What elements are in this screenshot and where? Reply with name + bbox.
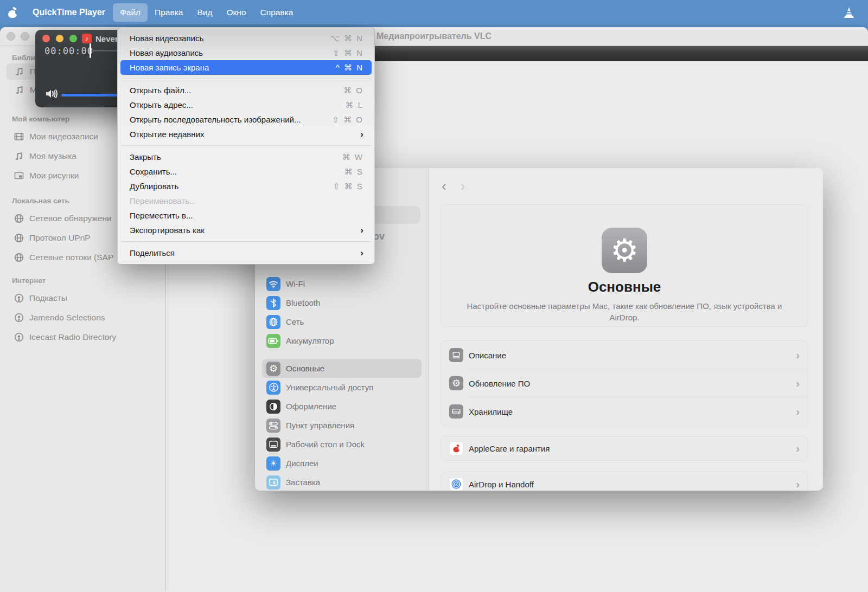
menu-item[interactable]: Новая видеозапись⌥ ⌘ N (120, 31, 372, 46)
menu-item-label: Закрыть (130, 152, 161, 162)
settings-sidebar-item-2[interactable]: Сеть (262, 312, 422, 331)
menu-item-shortcut: ⇧ ⌘ O (332, 115, 363, 125)
vlc-sidebar-item[interactable]: Icecast Radio Directory (0, 327, 165, 347)
submenu-chevron-icon: › (360, 248, 363, 259)
row-chevron-icon: › (796, 377, 800, 390)
podcast-icon (13, 332, 25, 343)
film-icon (13, 131, 25, 142)
menu-item-label: Новая видеозапись (130, 34, 203, 43)
vlc-cone-icon[interactable] (843, 6, 855, 19)
menubar-menu-item[interactable]: Окно (220, 3, 253, 22)
apple-menu[interactable] (0, 7, 25, 18)
software-update-icon: ⚙ (449, 376, 463, 390)
menu-item[interactable]: Дублировать⇧ ⌘ S (120, 179, 372, 194)
settings-sidebar-item-10[interactable]: Заставка (262, 473, 422, 491)
battery-icon (266, 334, 280, 348)
gear-icon: ⚙ (266, 362, 280, 376)
settings-sidebar-item-label: Аккумулятор (286, 336, 334, 345)
menu-item[interactable]: Сохранить...⌘ S (120, 164, 372, 179)
vlc-sidebar-item-label: Сетевое обнаружени (29, 214, 112, 223)
menubar-menu-item[interactable]: Файл (113, 3, 148, 22)
menu-item[interactable]: Новая запись экрана^ ⌘ N (120, 60, 372, 75)
desktop-dock-icon (266, 437, 280, 452)
menu-item: Переименовать... (120, 194, 372, 208)
music-note-icon (14, 85, 25, 95)
menu-item-label: Сохранить... (130, 167, 177, 176)
settings-sidebar-item-1[interactable]: Bluetooth (262, 293, 422, 312)
wifi-icon (266, 277, 280, 291)
menu-item-shortcut: ⌘ S (344, 167, 363, 177)
qt-minimize-button[interactable] (56, 35, 63, 42)
settings-row[interactable]: ⚙Обновление ПО› (441, 369, 808, 397)
menu-item[interactable]: Закрыть⌘ W (120, 150, 372, 164)
menu-item[interactable]: Открыть адрес...⌘ L (120, 98, 372, 112)
menu-item[interactable]: Открыть последовательность изображений..… (120, 112, 372, 127)
account-name-fragment: ov (373, 231, 385, 242)
qt-zoom-button[interactable] (69, 35, 77, 42)
vlc-sidebar-item[interactable]: Подкасты (0, 288, 165, 308)
settings-sidebar-item-7[interactable]: Пункт управления (262, 416, 422, 435)
podcast-icon (13, 293, 25, 304)
settings-row-label: Описание (469, 351, 506, 360)
bluetooth-icon (266, 296, 280, 310)
menu-item[interactable]: Переместить в... (120, 208, 372, 223)
settings-row[interactable]: AppleCare и гарантия› (441, 436, 808, 460)
menubar-menu-item[interactable]: Вид (190, 3, 219, 22)
forward-chevron-icon[interactable]: › (461, 178, 465, 195)
menu-item[interactable]: Экспортировать как› (120, 223, 372, 237)
settings-sidebar-item-3[interactable]: Аккумулятор (262, 331, 422, 350)
settings-sidebar-item-5[interactable]: Универсальный доступ (262, 378, 422, 397)
settings-row[interactable]: Хранилище› (441, 397, 808, 426)
menu-item[interactable]: Новая аудиозапись⇧ ⌘ N (120, 46, 372, 60)
vlc-sidebar-item[interactable]: Jamendo Selections (0, 308, 165, 327)
vlc-section-header: Интернет (12, 276, 46, 285)
menu-item-shortcut: ⌘ O (343, 86, 363, 95)
vlc-sidebar-item-label: Моя музыка (29, 151, 76, 161)
settings-page-description: Настройте основные параметры Mac, такие … (456, 300, 793, 323)
vlc-sidebar-item-label: Мои рисунки (29, 171, 79, 181)
menu-item-label: Новая запись экрана (130, 63, 209, 72)
vlc-sidebar-item-label: Сетевые потоки (SAP (29, 253, 113, 262)
menu-item-shortcut: ⇧ ⌘ S (333, 182, 363, 191)
appearance-icon (266, 400, 280, 414)
globe-icon (13, 213, 25, 224)
accessibility-icon (266, 381, 280, 395)
menu-item-label: Экспортировать как (130, 226, 205, 235)
settings-sidebar-item-label: Рабочий стол и Dock (286, 440, 365, 449)
settings-sidebar-item-4[interactable]: ⚙Основные (262, 359, 422, 378)
settings-sidebar-item-6[interactable]: Оформление (262, 397, 422, 416)
menu-item[interactable]: Открытие недавних› (120, 127, 372, 141)
qt-playhead[interactable] (90, 43, 91, 58)
qt-close-button[interactable] (42, 35, 50, 42)
menu-item[interactable]: Открыть файл...⌘ O (120, 83, 372, 98)
audio-file-icon: ♪ (82, 34, 92, 43)
back-chevron-icon[interactable]: ‹ (442, 178, 446, 195)
settings-row[interactable]: AirDrop и Handoff› (441, 472, 808, 491)
applecare-icon (449, 441, 463, 455)
vlc-sidebar-item-label: Icecast Radio Directory (29, 332, 116, 342)
menubar-app-name[interactable]: QuickTime Player (25, 8, 113, 17)
vlc-sidebar-item-label: Подкасты (29, 293, 67, 303)
settings-sidebar-item-label: Bluetooth (286, 298, 320, 307)
settings-sidebar-item-9[interactable]: ☀Дисплеи (262, 454, 422, 473)
menu-item-label: Открыть файл... (130, 86, 191, 95)
menu-item-shortcut: ⌥ ⌘ N (330, 34, 363, 43)
settings-sidebar-item-label: Сеть (286, 317, 304, 326)
submenu-chevron-icon: › (360, 225, 363, 236)
settings-row-label: Обновление ПО (469, 379, 530, 388)
settings-sidebar-item-label: Оформление (286, 402, 336, 411)
menubar-menu-item[interactable]: Правка (148, 3, 190, 22)
settings-row[interactable]: Описание› (441, 341, 808, 369)
globe-icon (13, 252, 25, 263)
speaker-icon[interactable] (45, 88, 58, 99)
menubar-menu-item[interactable]: Справка (253, 3, 301, 22)
menu-separator (121, 241, 371, 242)
settings-sidebar-item-0[interactable]: Wi-Fi (262, 274, 422, 293)
menu-item[interactable]: Поделиться› (120, 246, 372, 260)
gear-icon: ⚙ (602, 228, 647, 273)
row-chevron-icon: › (796, 349, 800, 362)
settings-sidebar-item-8[interactable]: Рабочий стол и Dock (262, 435, 422, 454)
menu-item-shortcut: ⌘ W (342, 152, 363, 162)
menu-item-shortcut: ⌘ L (345, 100, 363, 110)
settings-row-label: AppleCare и гарантия (469, 444, 550, 453)
